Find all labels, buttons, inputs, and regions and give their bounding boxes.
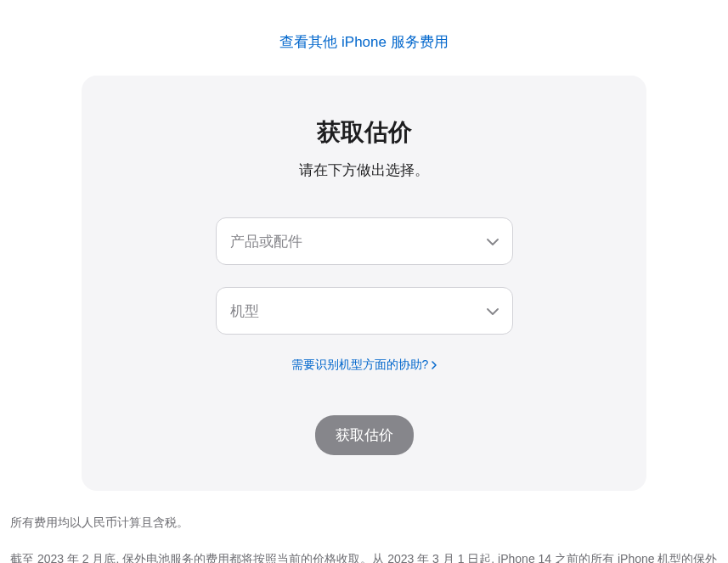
chevron-down-icon xyxy=(487,302,499,319)
product-select-wrapper: 产品或配件 xyxy=(216,217,513,265)
product-select[interactable]: 产品或配件 xyxy=(216,217,513,265)
chevron-down-icon xyxy=(487,233,499,250)
footer-line1: 所有费用均以人民币计算且含税。 xyxy=(10,511,718,534)
model-select-placeholder: 机型 xyxy=(230,301,259,321)
footer-line2: 截至 2023 年 2 月底, 保外电池服务的费用都将按照当前的价格收取。从 2… xyxy=(10,548,718,563)
identify-model-help-link[interactable]: 需要识别机型方面的协助? xyxy=(291,358,437,373)
top-link-container: 查看其他 iPhone 服务费用 xyxy=(0,0,728,76)
card-subtitle: 请在下方做出选择。 xyxy=(116,160,612,180)
get-estimate-button[interactable]: 获取估价 xyxy=(315,415,414,455)
other-fees-link[interactable]: 查看其他 iPhone 服务费用 xyxy=(279,34,448,50)
card-title: 获取估价 xyxy=(116,116,612,149)
product-select-placeholder: 产品或配件 xyxy=(230,232,302,251)
chevron-right-icon xyxy=(432,361,437,369)
model-select[interactable]: 机型 xyxy=(216,287,513,335)
estimate-card: 获取估价 请在下方做出选择。 产品或配件 机型 需要识别机型方面的协助? 获取估… xyxy=(82,76,646,491)
submit-row: 获取估价 xyxy=(116,415,612,455)
help-link-text: 需要识别机型方面的协助? xyxy=(291,358,429,373)
footer-line2-part1: 截至 2023 年 2 月底, 保外电池服务的费用都将按照当前的价格收取。从 2… xyxy=(10,552,717,563)
footer-text: 所有费用均以人民币计算且含税。 截至 2023 年 2 月底, 保外电池服务的费… xyxy=(0,491,728,563)
model-select-wrapper: 机型 xyxy=(216,287,513,335)
